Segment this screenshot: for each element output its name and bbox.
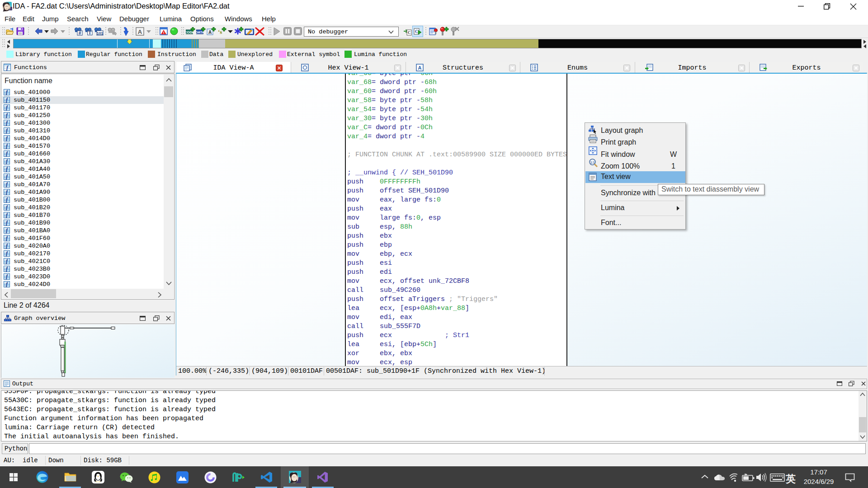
svg-text:1:1: 1:1 xyxy=(590,161,594,164)
svg-text:C: C xyxy=(415,29,418,34)
svg-text:#: # xyxy=(79,31,81,36)
svg-text:101: 101 xyxy=(97,31,103,36)
svg-text:A: A xyxy=(208,30,212,35)
svg-text:A: A xyxy=(138,28,142,35)
svg-text:‘s: ‘s xyxy=(218,28,222,35)
svg-text:T: T xyxy=(88,30,91,35)
svg-text:C: C xyxy=(408,30,411,35)
svg-text:!: ! xyxy=(163,31,165,35)
